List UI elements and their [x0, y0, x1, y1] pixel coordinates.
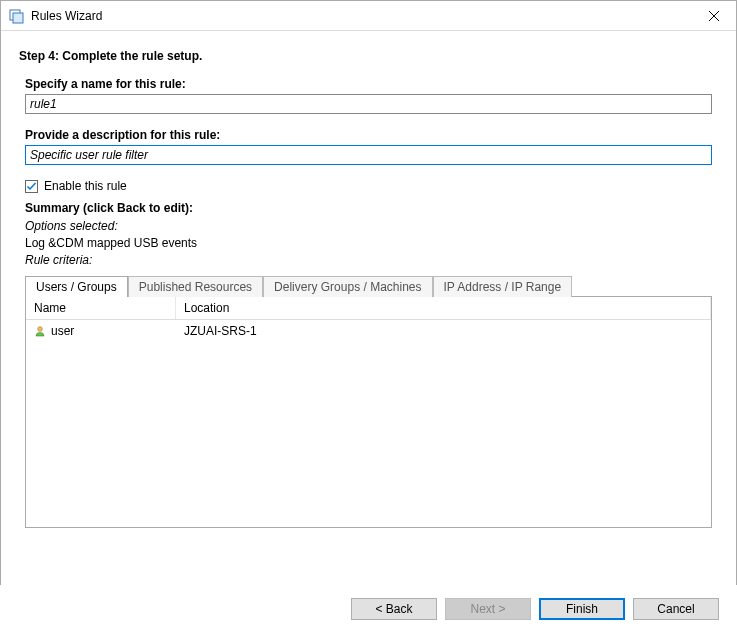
- user-icon: [34, 325, 46, 337]
- footer-buttons: < Back Next > Finish Cancel: [0, 585, 737, 633]
- rule-criteria-label: Rule criteria:: [25, 253, 712, 267]
- summary-title: Summary (click Back to edit):: [25, 201, 712, 215]
- finish-button[interactable]: Finish: [539, 598, 625, 620]
- app-icon: [9, 8, 25, 24]
- table-header: Name Location: [26, 297, 711, 320]
- svg-rect-1: [13, 13, 23, 23]
- tabs-row: Users / Groups Published Resources Deliv…: [25, 275, 712, 296]
- cancel-button[interactable]: Cancel: [633, 598, 719, 620]
- criteria-table: Name Location user JZUAI-SRS-1: [25, 296, 712, 528]
- col-location[interactable]: Location: [176, 297, 711, 319]
- enable-rule-row[interactable]: Enable this rule: [25, 179, 712, 193]
- rule-name-input[interactable]: [25, 94, 712, 114]
- name-label: Specify a name for this rule:: [25, 77, 712, 91]
- tab-ip-address[interactable]: IP Address / IP Range: [433, 276, 573, 297]
- svg-point-4: [38, 327, 43, 332]
- close-button[interactable]: [691, 1, 736, 31]
- form-area: Specify a name for this rule: Provide a …: [19, 77, 718, 528]
- back-button[interactable]: < Back: [351, 598, 437, 620]
- next-button: Next >: [445, 598, 531, 620]
- cell-name-text: user: [51, 324, 74, 338]
- options-selected-value: Log &CDM mapped USB events: [25, 236, 712, 250]
- cell-location: JZUAI-SRS-1: [176, 320, 711, 342]
- window-title: Rules Wizard: [31, 9, 691, 23]
- desc-label: Provide a description for this rule:: [25, 128, 712, 142]
- enable-label: Enable this rule: [44, 179, 127, 193]
- options-selected-label: Options selected:: [25, 219, 712, 233]
- content-area: Step 4: Complete the rule setup. Specify…: [1, 31, 736, 528]
- table-row[interactable]: user JZUAI-SRS-1: [26, 320, 711, 342]
- rule-desc-input[interactable]: [25, 145, 712, 165]
- tab-delivery-groups[interactable]: Delivery Groups / Machines: [263, 276, 432, 297]
- cell-name: user: [26, 320, 176, 342]
- tab-users-groups[interactable]: Users / Groups: [25, 276, 128, 297]
- enable-checkbox[interactable]: [25, 180, 38, 193]
- titlebar: Rules Wizard: [1, 1, 736, 31]
- step-title: Step 4: Complete the rule setup.: [19, 49, 718, 63]
- col-name[interactable]: Name: [26, 297, 176, 319]
- tab-published-resources[interactable]: Published Resources: [128, 276, 263, 297]
